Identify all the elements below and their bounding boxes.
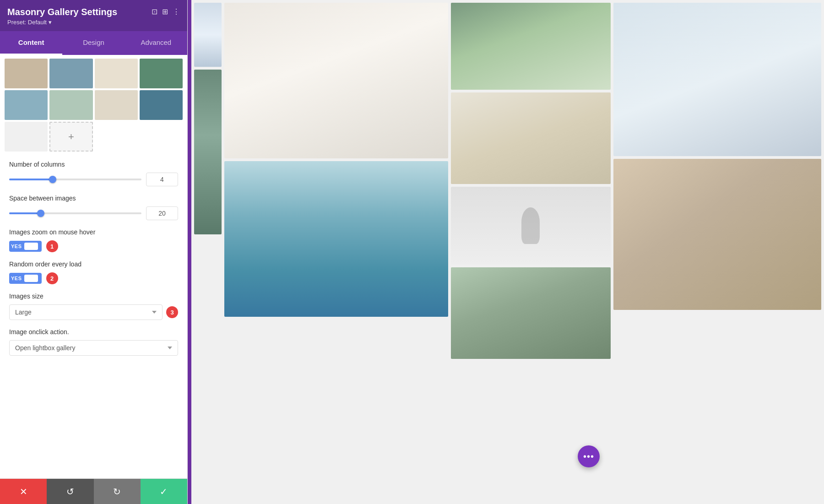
gallery-img-2-0[interactable] bbox=[451, 3, 611, 90]
zoom-hover-badge: 1 bbox=[46, 240, 58, 252]
gallery-col-3 bbox=[613, 3, 821, 310]
redo-button[interactable]: ↻ bbox=[94, 479, 141, 504]
gallery-img-2-1[interactable] bbox=[451, 92, 611, 184]
thumb-4[interactable] bbox=[140, 59, 183, 88]
columns-slider-thumb[interactable] bbox=[49, 176, 56, 183]
dots-icon: ••• bbox=[583, 451, 594, 462]
onclick-select[interactable]: Open lightbox gallery None Custom link bbox=[9, 340, 178, 356]
zoom-hover-yes-label: YES bbox=[11, 244, 22, 249]
spacing-slider-fill bbox=[9, 212, 41, 214]
onclick-label: Image onclick action. bbox=[9, 328, 178, 336]
zoom-hover-control: Images zoom on mouse hover YES 1 bbox=[9, 228, 178, 252]
save-button[interactable]: ✓ bbox=[141, 479, 187, 504]
gallery-col-2 bbox=[451, 3, 611, 359]
controls-area: Number of columns Space between images bbox=[0, 153, 187, 478]
zoom-hover-label: Images zoom on mouse hover bbox=[9, 228, 178, 236]
gallery-img-2-3[interactable] bbox=[451, 267, 611, 359]
undo-icon: ↺ bbox=[66, 486, 74, 497]
gallery-img-1-0[interactable] bbox=[224, 3, 448, 158]
images-size-badge: 3 bbox=[166, 306, 178, 318]
random-order-yes-label: YES bbox=[11, 276, 22, 281]
columns-control: Number of columns bbox=[9, 161, 178, 186]
gallery-img-3-0[interactable] bbox=[613, 3, 821, 156]
random-order-toggle-row: YES 2 bbox=[9, 272, 178, 284]
sidebar-header-icons: ⊡ ⊞ ⋮ bbox=[152, 7, 180, 16]
zoom-hover-toggle-row: YES 1 bbox=[9, 240, 178, 252]
sidebar-title: Masonry Gallery Settings bbox=[7, 6, 117, 17]
responsive-icon[interactable]: ⊡ bbox=[152, 7, 157, 16]
tab-advanced[interactable]: Advanced bbox=[125, 31, 187, 55]
images-size-control: Images size Thumbnail Medium Large Full … bbox=[9, 293, 178, 320]
gallery-img-0-0[interactable] bbox=[194, 3, 222, 67]
tabs: Content Design Advanced bbox=[0, 31, 187, 55]
onclick-control: Image onclick action. Open lightbox gall… bbox=[9, 328, 178, 356]
images-size-label: Images size bbox=[9, 293, 178, 300]
sidebar-title-area: Masonry Gallery Settings Preset: Default… bbox=[7, 6, 117, 26]
tab-design[interactable]: Design bbox=[62, 31, 125, 55]
redo-icon: ↻ bbox=[113, 486, 121, 497]
sidebar-edge-strip bbox=[188, 0, 191, 504]
random-order-badge: 2 bbox=[46, 272, 58, 284]
preset-label[interactable]: Preset: Default bbox=[7, 19, 47, 26]
columns-label: Number of columns bbox=[9, 161, 178, 168]
thumb-1[interactable] bbox=[5, 59, 48, 88]
random-order-toggle[interactable]: YES bbox=[9, 273, 42, 284]
image-grid-area: + bbox=[0, 55, 187, 153]
more-options-icon[interactable]: ⋮ bbox=[173, 7, 180, 16]
spacing-label: Space between images bbox=[9, 195, 178, 202]
gallery-col-0 bbox=[194, 3, 222, 234]
preset-arrow-icon[interactable]: ▾ bbox=[49, 19, 52, 26]
layout-icon[interactable]: ⊞ bbox=[162, 7, 168, 16]
zoom-hover-toggle[interactable]: YES bbox=[9, 241, 42, 252]
thumb-5[interactable] bbox=[5, 90, 48, 120]
spacing-slider-row bbox=[9, 206, 178, 220]
sidebar-header: Masonry Gallery Settings Preset: Default… bbox=[0, 0, 187, 31]
columns-slider-row bbox=[9, 173, 178, 186]
cancel-button[interactable]: ✕ bbox=[0, 479, 47, 504]
spacing-value-input[interactable] bbox=[146, 206, 178, 220]
random-order-control: Random order every load YES 2 bbox=[9, 260, 178, 284]
gallery-img-2-2[interactable] bbox=[451, 187, 611, 265]
thumbnail-grid: + bbox=[5, 59, 183, 152]
gallery-img-3-1[interactable] bbox=[613, 159, 821, 310]
spacing-slider-thumb[interactable] bbox=[37, 210, 44, 217]
spacing-control: Space between images bbox=[9, 195, 178, 220]
thumb-9[interactable] bbox=[5, 122, 48, 152]
images-size-select[interactable]: Thumbnail Medium Large Full bbox=[9, 304, 163, 320]
gallery-img-0-1[interactable] bbox=[194, 70, 222, 234]
columns-slider-track[interactable] bbox=[9, 179, 141, 180]
main-gallery: ••• bbox=[188, 0, 824, 504]
spacing-slider-track[interactable] bbox=[9, 212, 141, 214]
thumb-3[interactable] bbox=[95, 59, 138, 88]
save-icon: ✓ bbox=[160, 486, 168, 497]
undo-button[interactable]: ↺ bbox=[47, 479, 93, 504]
sidebar: Masonry Gallery Settings Preset: Default… bbox=[0, 0, 188, 504]
thumb-8[interactable] bbox=[140, 90, 183, 120]
thumb-6[interactable] bbox=[49, 90, 92, 120]
floating-dots-button[interactable]: ••• bbox=[578, 445, 600, 467]
thumb-2[interactable] bbox=[49, 59, 92, 88]
random-order-label: Random order every load bbox=[9, 260, 178, 268]
add-image-button[interactable]: + bbox=[49, 122, 92, 152]
random-order-switch bbox=[24, 275, 38, 282]
thumb-7[interactable] bbox=[95, 90, 138, 120]
cancel-icon: ✕ bbox=[20, 486, 27, 497]
columns-value-input[interactable] bbox=[146, 173, 178, 186]
bottom-toolbar: ✕ ↺ ↻ ✓ bbox=[0, 478, 187, 504]
images-size-select-row: Thumbnail Medium Large Full 3 bbox=[9, 304, 178, 320]
columns-slider-fill bbox=[9, 179, 53, 180]
zoom-hover-switch bbox=[24, 243, 38, 250]
onclick-select-row: Open lightbox gallery None Custom link bbox=[9, 340, 178, 356]
tab-content[interactable]: Content bbox=[0, 31, 62, 55]
gallery-col-1 bbox=[224, 3, 448, 317]
gallery-img-1-1[interactable] bbox=[224, 161, 448, 317]
